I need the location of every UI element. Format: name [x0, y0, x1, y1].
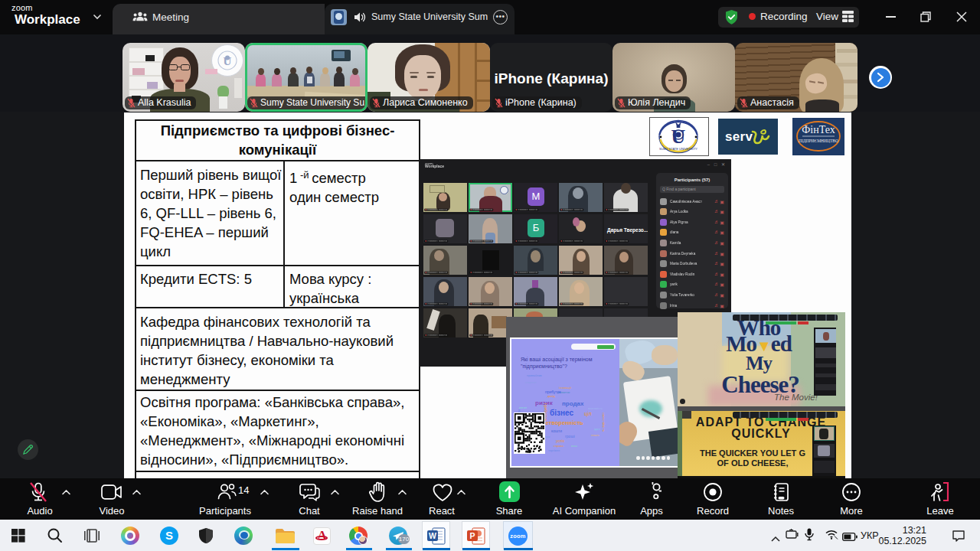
svg-text:P: P: [469, 531, 475, 540]
svg-text:W: W: [429, 531, 436, 540]
